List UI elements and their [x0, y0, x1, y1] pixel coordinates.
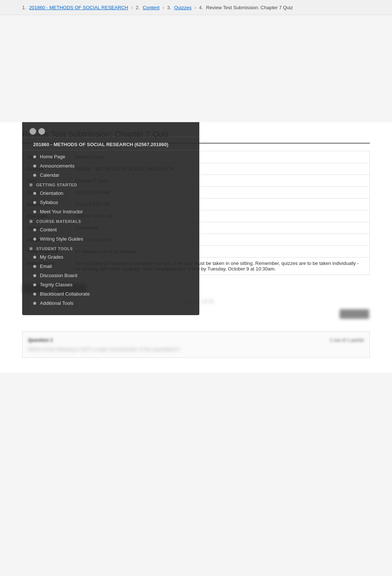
sidebar-item-additional-tools[interactable]: Additional Tools	[22, 299, 199, 308]
sidebar-item-my-grades[interactable]: My Grades	[22, 252, 199, 262]
bullet-icon	[33, 228, 36, 231]
content-wrapper: 201860 - METHODS OF SOCIAL RESEARCH (625…	[0, 122, 392, 373]
sidebar-item-content[interactable]: Content	[22, 225, 199, 234]
bullet-icon	[33, 155, 36, 158]
sidebar-item-homepage[interactable]: Home Page	[22, 152, 199, 161]
sidebar-item-orientation[interactable]: Orientation	[22, 189, 199, 198]
breadcrumb-bar: 1. 201860 - METHODS OF SOCIAL RESEARCH ›…	[0, 0, 392, 15]
breadcrumb-3-number: 3.	[167, 5, 171, 10]
question-points: 1 out of 1 points	[330, 337, 364, 343]
sidebar-icon-2	[38, 128, 45, 135]
sidebar-item-writing-guides[interactable]: Writing Style Guides	[22, 234, 199, 244]
breadcrumb-1-link[interactable]: 201860 - METHODS OF SOCIAL RESEARCH	[29, 5, 128, 10]
breadcrumb-2-number: 2.	[136, 5, 140, 10]
sidebar-section-course-materials: COURSE MATERIALS	[22, 216, 199, 225]
bullet-icon	[33, 256, 36, 259]
question-text: Which of the following is NOT a major ch…	[28, 346, 180, 352]
bullet-icon	[33, 283, 36, 286]
question-number: Question 1	[28, 337, 53, 343]
sidebar-item-tegrity-classes[interactable]: Tegrity Classes	[22, 280, 199, 289]
sidebar-overlay: 201860 - METHODS OF SOCIAL RESEARCH (625…	[22, 122, 199, 315]
bullet-icon	[33, 192, 36, 195]
breadcrumb-sep-2: ›	[162, 4, 164, 10]
sidebar-section-student-tools: STUDENT TOOLS	[22, 244, 199, 252]
breadcrumb-4-number: 4.	[199, 5, 203, 10]
breadcrumb-2-link[interactable]: Content	[143, 5, 160, 10]
section-icon	[30, 247, 32, 250]
sidebar-item-discussion-board[interactable]: Discussion Board	[22, 271, 199, 280]
sidebar-top-icons	[22, 126, 199, 137]
breadcrumb-3-link[interactable]: Quizzes	[174, 5, 192, 10]
sidebar-item-blackboard-collaborate[interactable]: Blackboard Collaborate	[22, 289, 199, 299]
breadcrumb-sep-1: ›	[131, 4, 133, 10]
bullet-icon	[33, 293, 36, 296]
question-header: Question 1 1 out of 1 points	[28, 337, 364, 343]
sidebar-item-calendar[interactable]: Calendar	[22, 170, 199, 180]
sidebar-icon-1	[30, 128, 36, 135]
sidebar-item-email[interactable]: Email	[22, 262, 199, 271]
breadcrumb-1-number: 1.	[22, 5, 26, 10]
question-area: Question 1 1 out of 1 points Which of th…	[22, 331, 370, 358]
bullet-icon	[33, 210, 36, 213]
bullet-icon	[33, 302, 36, 305]
bullet-icon	[33, 238, 36, 241]
next-button[interactable]: Next ›	[340, 309, 369, 319]
section-icon	[30, 183, 32, 186]
sidebar-course-title[interactable]: 201860 - METHODS OF SOCIAL RESEARCH (625…	[22, 139, 199, 151]
sidebar-section-getting-started: GETTING STARTED	[22, 180, 199, 189]
bullet-icon	[33, 265, 36, 268]
bullet-icon	[33, 274, 36, 277]
bullet-icon	[33, 174, 36, 177]
section-icon	[30, 220, 32, 223]
breadcrumb-4-current: Review Test Submission: Chapter 7 Quiz	[206, 5, 293, 10]
breadcrumb-sep-3: ›	[195, 4, 196, 10]
sidebar-item-meet-instructor[interactable]: Meet Your Instructor	[22, 207, 199, 216]
sidebar-item-syllabus[interactable]: Syllabus	[22, 198, 199, 207]
bullet-icon	[33, 201, 36, 204]
bullet-icon	[33, 165, 36, 168]
sidebar-item-announcements[interactable]: Announcements	[22, 161, 199, 170]
